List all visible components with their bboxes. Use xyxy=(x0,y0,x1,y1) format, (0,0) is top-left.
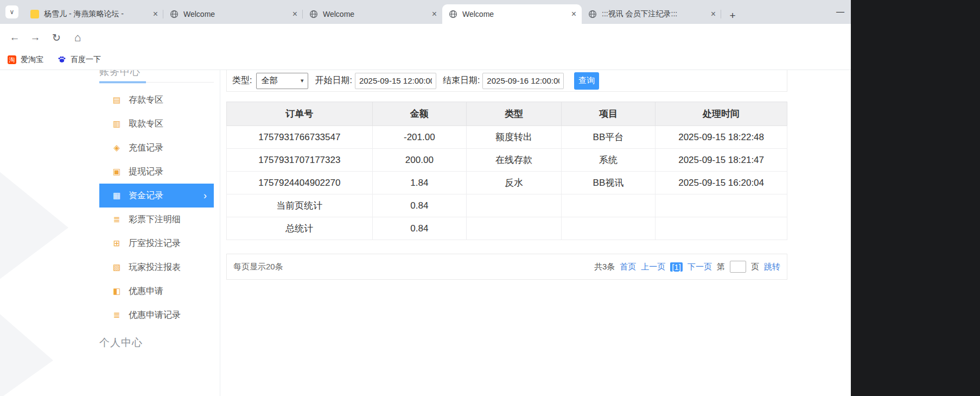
back-button[interactable]: ← xyxy=(8,30,22,45)
type-select-value: 全部 xyxy=(261,76,277,86)
cell-label: 总统计 xyxy=(227,217,373,240)
close-icon[interactable]: × xyxy=(571,9,576,19)
filter-bar: 类型: 全部 ▾ 开始日期: 结束日期: 查询 xyxy=(226,70,787,92)
bookmarks-bar: 淘 爱淘宝 百度一下 xyxy=(0,50,851,70)
tab-title: 杨雪儿 - 海燕策略论坛 - xyxy=(44,9,150,19)
col-header-amount: 金额 xyxy=(372,102,467,126)
close-icon[interactable]: × xyxy=(432,9,437,19)
end-date-input[interactable] xyxy=(482,73,564,89)
bookmark-label: 百度一下 xyxy=(71,55,101,65)
page-number-input[interactable] xyxy=(730,261,746,273)
bookmark-taobao[interactable]: 淘 爱淘宝 xyxy=(8,55,43,65)
tab-betting-records[interactable]: :::视讯 会员下注纪录::: × xyxy=(582,4,721,24)
table-row-page-total: 当前页统计 0.84 xyxy=(227,194,787,217)
cell-order-id: 1757931766733547 xyxy=(227,126,373,149)
cell-amount: 200.00 xyxy=(372,149,467,172)
sidebar-item-deposit-zone[interactable]: ▤ 存款专区 xyxy=(99,88,214,112)
taobao-favicon-icon: 淘 xyxy=(8,55,16,64)
sidebar-item-room-bet-records[interactable]: ⊞ 厅室投注记录 xyxy=(99,231,214,255)
pagination-bar: 每页显示20条 共3条 首页 上一页 [1] 下一页 第 页 跳转 xyxy=(226,254,787,280)
table-row: 1757931707177323 200.00 在线存款 系统 2025-09-… xyxy=(227,149,787,172)
cell-empty xyxy=(656,217,787,240)
forward-button[interactable]: → xyxy=(28,30,42,45)
sidebar-item-lottery-bet-details[interactable]: ≣ 彩票下注明细 xyxy=(99,208,214,231)
col-header-order-id: 订单号 xyxy=(227,102,373,126)
cell-item: BB平台 xyxy=(561,126,656,149)
cell-empty xyxy=(561,217,656,240)
web-page: 账务中心 ▤ 存款专区 ▥ 取款专区 ◈ 充值记录 ▣ 提现记录 xyxy=(0,70,851,396)
total-count-label: 共3条 xyxy=(594,262,615,272)
sidebar-section-profile-title[interactable]: 个人中心 xyxy=(99,336,214,350)
sidebar-item-label: 优惠申请 xyxy=(129,286,163,297)
tab-welcome-2[interactable]: Welcome × xyxy=(303,4,442,24)
globe-icon xyxy=(449,10,457,18)
query-button[interactable]: 查询 xyxy=(574,72,599,90)
cell-empty xyxy=(656,194,787,217)
new-tab-button[interactable]: + xyxy=(724,8,741,24)
sidebar-item-label: 彩票下注明细 xyxy=(129,214,181,225)
cell-order-id: 1757924404902270 xyxy=(227,172,373,194)
jump-link[interactable]: 跳转 xyxy=(764,262,780,272)
globe-icon xyxy=(170,10,179,18)
sidebar-divider xyxy=(220,70,220,396)
table-header-row: 订单号 金额 类型 项目 处理时间 xyxy=(227,102,787,126)
forum-favicon-icon xyxy=(30,10,39,18)
funds-records-table: 订单号 金额 类型 项目 处理时间 1757931766733547 -201.… xyxy=(226,102,787,240)
sidebar-underline xyxy=(99,81,214,83)
bookmark-baidu[interactable]: 百度一下 xyxy=(58,55,101,65)
minimize-button[interactable]: — xyxy=(836,7,844,16)
tab-search-button[interactable]: ∨ xyxy=(5,5,18,18)
home-button[interactable]: ⌂ xyxy=(71,30,85,45)
tab-welcome-active[interactable]: Welcome × xyxy=(442,4,582,24)
sidebar-item-label: 优惠申请记录 xyxy=(129,310,181,321)
start-date-input[interactable] xyxy=(355,73,436,89)
sidebar-item-label: 存款专区 xyxy=(129,95,163,106)
close-icon[interactable]: × xyxy=(292,9,297,19)
room-grid-icon: ⊞ xyxy=(112,238,122,248)
tab-forum[interactable]: 杨雪儿 - 海燕策略论坛 - × xyxy=(24,4,163,24)
type-select[interactable]: 全部 ▾ xyxy=(256,73,308,89)
next-page-link[interactable]: 下一页 xyxy=(688,262,712,272)
tab-title: :::视讯 会员下注纪录::: xyxy=(602,9,708,19)
sidebar-item-funds-records[interactable]: ▦ 资金记录 › xyxy=(99,184,214,208)
cell-empty xyxy=(561,194,656,217)
sidebar-item-recharge-records[interactable]: ◈ 充值记录 xyxy=(99,136,214,160)
sidebar-item-player-bet-report[interactable]: ▧ 玩家投注报表 xyxy=(99,255,214,279)
page-jump-suffix: 页 xyxy=(751,262,759,272)
active-section-underline xyxy=(99,81,146,83)
pagination-controls: 共3条 首页 上一页 [1] 下一页 第 页 跳转 xyxy=(594,261,780,273)
sidebar-item-label: 资金记录 xyxy=(129,190,163,202)
table-row: 1757924404902270 1.84 反水 BB视讯 2025-09-15… xyxy=(227,172,787,194)
table-row-grand-total: 总统计 0.84 xyxy=(227,217,787,240)
close-icon[interactable]: × xyxy=(153,9,158,19)
current-page-indicator: [1] xyxy=(670,262,683,272)
prev-page-link[interactable]: 上一页 xyxy=(641,262,665,272)
cell-amount: -201.00 xyxy=(372,126,467,149)
cell-amount: 1.84 xyxy=(372,172,467,194)
sidebar-item-withdraw-zone[interactable]: ▥ 取款专区 xyxy=(99,112,214,136)
promo-icon: ◧ xyxy=(112,286,122,296)
bookmark-label: 爱淘宝 xyxy=(21,55,43,65)
sidebar-item-cashout-records[interactable]: ▣ 提现记录 xyxy=(99,160,214,184)
end-date-label: 结束日期: xyxy=(443,75,480,86)
first-page-link[interactable]: 首页 xyxy=(620,262,636,272)
reload-button[interactable]: ↻ xyxy=(49,30,63,45)
sidebar-item-promo-apply-records[interactable]: ≣ 优惠申请记录 xyxy=(99,303,214,327)
cell-type: 反水 xyxy=(467,172,562,194)
cell-amount: 0.84 xyxy=(372,217,467,240)
sidebar-item-label: 厅室投注记录 xyxy=(129,238,181,249)
cell-label: 当前页统计 xyxy=(227,194,373,217)
sidebar-section-finance-title: 账务中心 xyxy=(99,70,214,81)
col-header-type: 类型 xyxy=(467,102,562,126)
withdraw-icon: ▥ xyxy=(112,119,122,129)
chevron-right-icon: › xyxy=(203,190,207,202)
globe-icon xyxy=(588,10,597,18)
sidebar-item-promo-apply[interactable]: ◧ 优惠申请 xyxy=(99,279,214,303)
sidebar-item-label: 玩家投注报表 xyxy=(129,262,181,273)
cell-type: 在线存款 xyxy=(467,149,562,172)
close-icon[interactable]: × xyxy=(711,9,716,19)
tab-welcome-1[interactable]: Welcome × xyxy=(163,4,303,24)
decor-triangle xyxy=(0,157,68,293)
cell-item: BB视讯 xyxy=(561,172,656,194)
sidebar: 账务中心 ▤ 存款专区 ▥ 取款专区 ◈ 充值记录 ▣ 提现记录 xyxy=(99,70,214,350)
